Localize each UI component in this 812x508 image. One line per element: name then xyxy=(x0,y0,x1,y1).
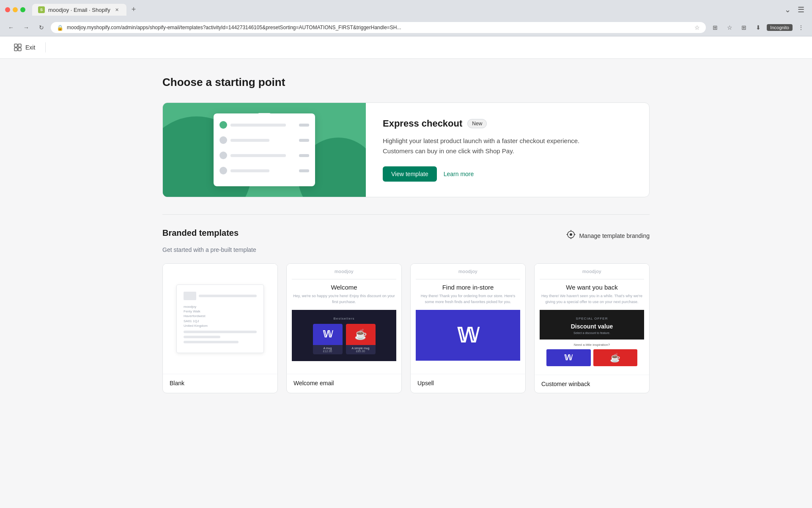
email-line xyxy=(230,139,269,142)
tab-close-button[interactable]: ✕ xyxy=(114,6,121,13)
inspiration-text: Need a little inspiration? xyxy=(546,343,637,347)
dot-minimize[interactable] xyxy=(13,7,18,12)
address-bar[interactable]: 🔒 moodjoy.myshopify.com/admin/apps/shopi… xyxy=(51,22,706,33)
blank-line xyxy=(199,295,257,297)
email-row-lines-3 xyxy=(230,154,296,157)
star-icon[interactable]: ☆ xyxy=(724,22,735,33)
template-divider-winback xyxy=(540,279,644,279)
more-options-icon[interactable]: ⋮ xyxy=(795,22,807,33)
manage-branding-label: Manage template branding xyxy=(579,232,650,239)
manage-branding-button[interactable]: Manage template branding xyxy=(566,228,650,243)
back-button[interactable]: ← xyxy=(5,22,17,33)
featured-actions: View template Learn more xyxy=(383,166,586,182)
bestsellers-label: Bestsellers xyxy=(299,317,390,320)
template-email-title-welcome: Welcome xyxy=(292,284,396,291)
template-name-welcome: Welcome email xyxy=(294,380,334,387)
featured-info: Express checkout New Highlight your late… xyxy=(366,103,603,197)
product-icon-mug: ☕ xyxy=(346,324,376,345)
product-info-2: A simple mug £85.00 xyxy=(346,345,376,354)
bookmark-icon[interactable]: ☆ xyxy=(694,24,700,31)
extensions-icon[interactable]: ⊞ xyxy=(709,22,721,33)
blank-line-3 xyxy=(184,341,239,343)
template-card-welcome[interactable]: moodjoy Welcome Hey, we're so happy you'… xyxy=(286,263,402,393)
winback-discount-title: Discount value xyxy=(546,323,637,330)
browser-dots xyxy=(5,7,25,12)
email-row-action-1 xyxy=(299,124,309,127)
product-name-2: A simple mug xyxy=(348,347,374,350)
window-menu-icon[interactable]: ☰ xyxy=(795,4,807,16)
downloads-icon[interactable]: ⬇ xyxy=(752,22,764,33)
forward-button[interactable]: → xyxy=(20,22,32,33)
main-content: Choose a starting point xyxy=(152,59,660,410)
mug-emoji: ☕ xyxy=(354,329,367,340)
nav-icons: ⊞ ☆ ⊞ ⬇ Incognito ⋮ xyxy=(709,22,807,33)
product-icon-w: 𝕎 xyxy=(313,324,343,345)
w-logo: 𝕎 xyxy=(323,329,333,340)
upsell-w-logo: 𝕎 xyxy=(457,323,479,347)
template-card-blank[interactable]: moodjoyFenty WalkHaverfordwestSA61 1QJUn… xyxy=(162,263,278,393)
email-dot-3 xyxy=(219,152,227,159)
template-name-blank: Blank xyxy=(170,380,184,387)
dot-close[interactable] xyxy=(5,7,10,12)
tab-favicon: S xyxy=(38,6,45,13)
email-row-3 xyxy=(219,150,309,161)
new-badge: New xyxy=(467,119,487,128)
insp-mug-emoji: ☕ xyxy=(610,353,620,363)
email-row-2 xyxy=(219,135,309,146)
template-preview-upsell: moodjoy Find more in-store Hey there! Th… xyxy=(411,264,525,374)
view-template-button[interactable]: View template xyxy=(383,166,437,182)
email-row-lines-2 xyxy=(230,139,296,142)
page-title: Choose a starting point xyxy=(162,76,650,89)
email-row-action-2 xyxy=(299,139,309,142)
section-title-group: Branded templates xyxy=(162,228,239,238)
header-divider xyxy=(45,42,46,52)
reload-button[interactable]: ↻ xyxy=(36,22,47,33)
template-preview-blank: moodjoyFenty WalkHaverfordwestSA61 1QJUn… xyxy=(163,264,277,374)
browser-nav: ← → ↻ 🔒 moodjoy.myshopify.com/admin/apps… xyxy=(0,19,812,36)
grid-icon[interactable]: ⊞ xyxy=(738,22,750,33)
email-line xyxy=(230,154,286,157)
blank-preview: moodjoyFenty WalkHaverfordwestSA61 1QJUn… xyxy=(168,269,272,369)
email-row-action-3 xyxy=(299,154,309,157)
blank-logo xyxy=(184,292,196,300)
template-card-upsell[interactable]: moodjoy Find more in-store Hey there! Th… xyxy=(410,263,526,393)
browser-tabs: S moodjoy · Email · Shopify ✕ + xyxy=(32,3,139,16)
svg-rect-2 xyxy=(14,48,17,51)
template-footer-blank: Blank xyxy=(163,374,277,392)
inspiration-products: 𝕎 ☕ xyxy=(546,349,637,366)
product-name-1: A mug xyxy=(315,347,341,350)
featured-title: Express checkout xyxy=(383,118,462,129)
svg-rect-1 xyxy=(18,44,21,47)
product-row: 𝕎 A mug £12.00 ☕ A xyxy=(299,324,390,354)
template-divider-upsell xyxy=(416,279,520,279)
welcome-dark-section: Bestsellers 𝕎 A mug £12.00 xyxy=(292,310,396,361)
featured-description: Highlight your latest product launch wit… xyxy=(383,136,586,156)
template-brand-welcome: moodjoy xyxy=(292,269,396,274)
new-tab-button[interactable]: + xyxy=(128,3,140,16)
blank-address: moodjoyFenty WalkHaverfordwestSA61 1QJUn… xyxy=(184,304,257,328)
browser-tab-active[interactable]: S moodjoy · Email · Shopify ✕ xyxy=(32,4,126,16)
inspiration-product-1: 𝕎 xyxy=(546,349,591,366)
branding-icon xyxy=(566,230,576,241)
exit-icon xyxy=(14,43,22,52)
template-footer-winback: Customer winback xyxy=(535,375,649,393)
svg-rect-3 xyxy=(18,48,21,51)
exit-button[interactable]: Exit xyxy=(10,41,38,53)
window-minimize-icon[interactable]: ⌄ xyxy=(782,4,793,16)
template-preview-winback: moodjoy We want you back Hey there! We h… xyxy=(535,264,649,375)
section-divider xyxy=(162,214,650,215)
template-card-winback[interactable]: moodjoy We want you back Hey there! We h… xyxy=(534,263,650,393)
winback-discount-sub: Select a discount to feature. xyxy=(546,331,637,334)
winback-special-label: SPECIAL OFFER xyxy=(546,317,637,320)
template-email-title-upsell: Find more in-store xyxy=(416,284,520,291)
svg-point-6 xyxy=(570,233,572,236)
template-email-title-winback: We want you back xyxy=(540,284,644,291)
dot-maximize[interactable] xyxy=(20,7,25,12)
upsell-blue-section: 𝕎 xyxy=(416,310,520,361)
template-email-body-upsell: Hey there! Thank you for ordering from o… xyxy=(416,293,520,305)
email-line xyxy=(230,124,286,127)
incognito-badge: Incognito xyxy=(767,24,793,31)
learn-more-link[interactable]: Learn more xyxy=(444,171,474,177)
address-text: moodjoy.myshopify.com/admin/apps/shopify… xyxy=(67,25,691,30)
blank-line-2 xyxy=(184,336,220,338)
